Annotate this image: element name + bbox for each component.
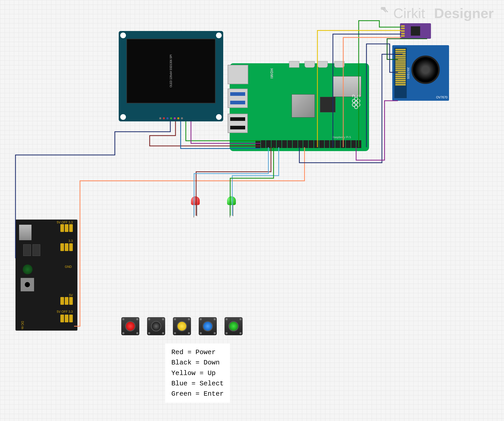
watermark-logo: Cirkit Designer — [379, 5, 494, 21]
svg-point-1 — [383, 7, 385, 9]
wifi-shield — [333, 76, 361, 97]
rail-label: 5V — [69, 293, 73, 297]
gnd-label: GND — [65, 265, 72, 269]
rail-label: 3.3 — [68, 239, 73, 243]
watermark-product: Designer — [434, 5, 494, 21]
power-pins — [60, 315, 73, 322]
camera-date-label: 2017/3/15 — [407, 67, 410, 79]
voltage-switch[interactable] — [33, 244, 40, 256]
watermark-brand: Cirkit — [393, 5, 425, 21]
ethernet-port — [228, 65, 248, 84]
oled-label: OLED 128x64 SSD1306 SPI — [169, 54, 173, 87]
led-bulb — [191, 196, 200, 205]
button-legend: Red = PowerBlack = DownYellow = UpBlue =… — [165, 344, 230, 403]
led-bulb — [227, 196, 236, 205]
led-anode — [194, 205, 194, 217]
pushbutton-yellow[interactable] — [173, 317, 191, 335]
cpu-chip — [292, 94, 315, 118]
sensor-chip — [411, 26, 420, 36]
mount-hole — [216, 33, 222, 38]
camera-pin-header — [394, 48, 407, 98]
oled-display[interactable]: OLED 128x64 SSD1306 SPI — [119, 31, 223, 121]
i2c-sensor-module[interactable] — [400, 23, 431, 39]
dc-barrel-jack — [21, 278, 34, 291]
power-pins — [60, 224, 73, 232]
usb3-ports — [228, 89, 248, 108]
power-pins — [60, 297, 73, 305]
rpi-model-label: Raspberry Pi 5 — [332, 136, 351, 139]
legend-row: Blue = Select — [171, 378, 224, 389]
raspberry-pi[interactable]: HDMI Raspberry Pi 5 — [230, 63, 369, 151]
legend-row: Red = Power — [171, 347, 224, 357]
mount-hole — [216, 114, 222, 120]
usb2-ports — [228, 114, 248, 133]
usb-a-port — [19, 225, 31, 240]
legend-row: Yellow = Up — [171, 368, 224, 378]
svg-point-4 — [355, 97, 358, 100]
led-cathode — [233, 205, 233, 216]
oled-pin-header — [159, 117, 183, 119]
camera-lens — [411, 56, 440, 84]
gpio-header — [255, 140, 361, 148]
hdmi-label: HDMI — [270, 68, 274, 79]
micro-hdmi-port — [305, 61, 315, 68]
svg-point-8 — [355, 105, 358, 109]
power-pins — [60, 243, 73, 251]
usb-c-power — [334, 61, 345, 68]
breadboard-power-supply[interactable]: 5V OFF 3.3 3.3 5V OFF 3.3 5V GND DC-In — [15, 220, 77, 331]
dc-in-label: DC-In — [21, 321, 24, 329]
power-button[interactable] — [23, 264, 33, 274]
rpi-chips — [281, 87, 361, 136]
pushbutton-green[interactable] — [225, 317, 243, 335]
pushbutton-blue[interactable] — [199, 317, 217, 335]
led-anode — [230, 205, 230, 217]
legend-row: Green = Enter — [171, 389, 224, 399]
mount-hole — [120, 33, 126, 38]
rail-label: 5V OFF 3.3 — [57, 310, 73, 314]
port — [289, 61, 299, 68]
rail-label: 5V OFF 3.3 — [57, 221, 73, 224]
mount-hole — [120, 114, 126, 120]
micro-hdmi-port — [317, 61, 328, 68]
logo-icon — [379, 6, 391, 20]
pushbutton-black[interactable] — [147, 317, 165, 335]
sensor-pins — [401, 25, 405, 37]
ram-chip — [320, 97, 335, 112]
voltage-switch[interactable] — [23, 244, 31, 256]
legend-row: Black = Down — [171, 357, 224, 368]
raspberry-logo-icon — [348, 94, 364, 110]
led-green[interactable] — [227, 196, 236, 208]
pushbutton-red[interactable] — [121, 317, 139, 335]
led-cathode — [197, 205, 197, 216]
camera-model-label: OV7670 — [436, 96, 447, 99]
led-red[interactable] — [191, 196, 200, 208]
camera-module[interactable]: OV7670 2017/3/15 — [392, 45, 449, 101]
oled-screen: OLED 128x64 SSD1306 SPI — [126, 39, 215, 103]
